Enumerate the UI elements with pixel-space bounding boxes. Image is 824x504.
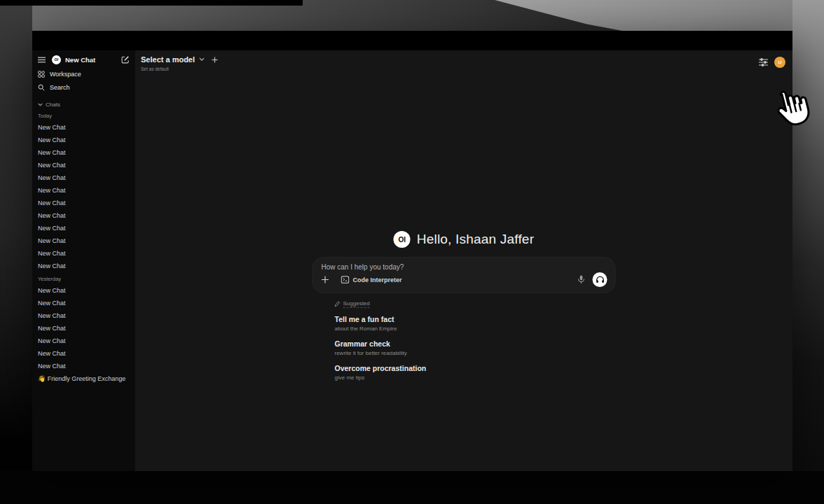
chat-item[interactable]: New Chat bbox=[38, 322, 130, 335]
wallpaper-right-band bbox=[792, 0, 824, 504]
suggestion-subtitle: give me tips bbox=[335, 374, 616, 382]
set-default-link[interactable]: Set as default bbox=[141, 66, 218, 71]
menu-icon[interactable] bbox=[38, 57, 46, 63]
header-actions: IJ bbox=[759, 57, 785, 68]
chat-item[interactable]: New Chat bbox=[38, 234, 130, 247]
mic-icon[interactable] bbox=[578, 275, 585, 284]
suggestion-title: Tell me a fun fact bbox=[335, 315, 616, 324]
chat-group-label: Yesterday bbox=[38, 274, 130, 284]
chat-item[interactable]: New Chat bbox=[38, 284, 130, 297]
sidebar-title: New Chat bbox=[65, 56, 121, 64]
chat-item[interactable]: New Chat bbox=[38, 121, 130, 134]
suggestion-list: Tell me a fun factabout the Roman Empire… bbox=[335, 315, 616, 382]
voice-call-button[interactable] bbox=[593, 272, 607, 287]
add-model-icon[interactable] bbox=[212, 57, 218, 63]
wallpaper-left-band bbox=[0, 0, 32, 504]
chat-item[interactable]: New Chat bbox=[38, 297, 130, 309]
suggestion-item[interactable]: Grammar checkrewrite it for better reada… bbox=[335, 340, 616, 357]
sidebar-header: OI New Chat bbox=[38, 53, 130, 66]
app-logo: OI bbox=[52, 55, 61, 64]
sidebar-item-workspace[interactable]: Workspace bbox=[38, 67, 130, 80]
main-header: Select a model Set as default bbox=[135, 50, 792, 71]
wallpaper-top-strip bbox=[0, 0, 303, 6]
suggestion-title: Grammar check bbox=[335, 340, 616, 349]
chat-item[interactable]: New Chat bbox=[38, 335, 130, 347]
sliders-icon[interactable] bbox=[759, 58, 768, 66]
chat-item[interactable]: New Chat bbox=[38, 347, 130, 360]
sidebar: OI New Chat Workspace Searc bbox=[32, 50, 135, 471]
suggestion-item[interactable]: Tell me a fun factabout the Roman Empire bbox=[335, 315, 616, 332]
suggested-section: Suggested Tell me a fun factabout the Ro… bbox=[313, 300, 616, 382]
chevron-down-icon[interactable] bbox=[199, 57, 205, 62]
chat-item[interactable]: New Chat bbox=[38, 360, 130, 372]
chat-item[interactable]: New Chat bbox=[38, 247, 130, 260]
workspace-icon bbox=[38, 71, 45, 78]
chats-section-label: Chats bbox=[46, 102, 60, 108]
attach-plus-icon[interactable] bbox=[322, 276, 329, 284]
suggestion-subtitle: about the Roman Empire bbox=[335, 326, 616, 332]
chat-item[interactable]: New Chat bbox=[38, 260, 130, 272]
chat-item[interactable]: New Chat bbox=[38, 209, 130, 222]
suggestion-item[interactable]: Overcome procrastinationgive me tips bbox=[335, 364, 616, 382]
model-selector[interactable]: Select a model bbox=[141, 55, 195, 64]
app-window: OI New Chat Workspace Searc bbox=[32, 31, 792, 471]
greeting-row: OI Hello, Ishaan Jaffer bbox=[313, 231, 616, 248]
search-label: Search bbox=[50, 84, 70, 91]
chat-item[interactable]: New Chat bbox=[38, 172, 130, 184]
workspace-label: Workspace bbox=[50, 71, 81, 78]
chat-item[interactable]: New Chat bbox=[38, 146, 130, 159]
message-composer[interactable]: How can I help you today? Code Interpret… bbox=[313, 257, 616, 293]
user-avatar[interactable]: IJ bbox=[774, 57, 785, 68]
suggested-label: Suggested bbox=[343, 300, 370, 308]
app-logo-large: OI bbox=[394, 231, 411, 248]
code-interpreter-toggle[interactable]: Code Interpreter bbox=[341, 276, 402, 284]
code-interpreter-label: Code Interpreter bbox=[353, 276, 402, 284]
main-panel: Select a model Set as default bbox=[135, 50, 792, 471]
chevron-down-icon bbox=[38, 103, 43, 106]
chat-item[interactable]: New Chat bbox=[38, 222, 130, 234]
sidebar-item-search[interactable]: Search bbox=[38, 80, 130, 94]
composer-input[interactable]: How can I help you today? bbox=[322, 263, 607, 271]
model-selector-block: Select a model Set as default bbox=[141, 55, 218, 71]
headphones-icon bbox=[596, 276, 604, 284]
chat-item[interactable]: New Chat bbox=[38, 184, 130, 197]
chat-item-named[interactable]: 👋 Friendly Greeting Exchange bbox=[38, 372, 130, 385]
wallpaper-bottom-strip bbox=[0, 471, 824, 504]
new-chat-edit-icon[interactable] bbox=[121, 55, 130, 64]
greeting-text: Hello, Ishaan Jaffer bbox=[417, 232, 534, 247]
chat-history-list: TodayNew ChatNew ChatNew ChatNew ChatNew… bbox=[38, 111, 130, 372]
chat-item[interactable]: New Chat bbox=[38, 159, 130, 172]
search-icon bbox=[38, 84, 45, 91]
suggestion-subtitle: rewrite it for better readability bbox=[335, 350, 616, 357]
window-titlebar bbox=[32, 31, 792, 50]
code-interpreter-icon bbox=[341, 276, 350, 284]
screen: OI New Chat Workspace Searc bbox=[0, 0, 824, 504]
home-content: OI Hello, Ishaan Jaffer How can I help y… bbox=[313, 231, 616, 382]
suggestion-title: Overcome procrastination bbox=[335, 364, 616, 373]
chat-item[interactable]: New Chat bbox=[38, 309, 130, 322]
chat-item[interactable]: New Chat bbox=[38, 197, 130, 209]
chat-item[interactable]: New Chat bbox=[38, 134, 130, 146]
chat-group-label: Today bbox=[38, 111, 130, 121]
chats-section-toggle[interactable]: Chats bbox=[38, 99, 130, 109]
suggested-icon bbox=[335, 301, 341, 307]
